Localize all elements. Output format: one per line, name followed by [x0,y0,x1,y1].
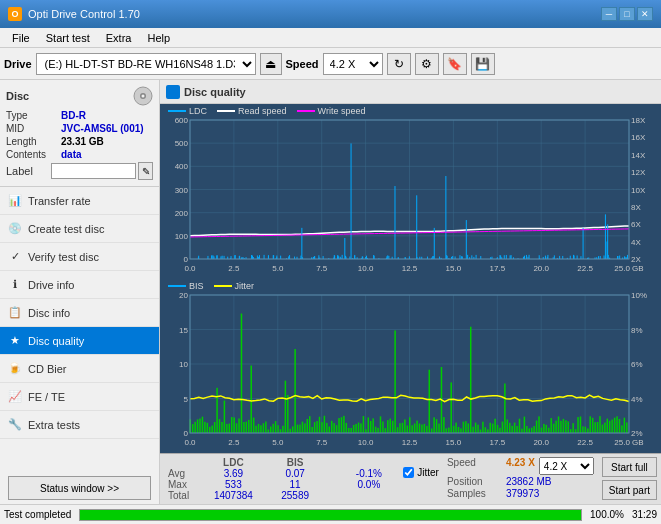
sidebar-item-disc-quality[interactable]: ★ Disc quality [0,327,159,355]
speed-select[interactable]: 4.2 X [323,53,383,75]
label-input[interactable] [51,163,136,179]
drive-label: Drive [4,58,32,70]
samples-stat-row: Samples 379973 [447,488,594,499]
close-button[interactable]: ✕ [637,7,653,21]
position-stat-row: Position 23862 MB [447,476,594,487]
progress-bar [79,509,582,521]
jitter-checkbox[interactable] [403,467,414,478]
jitter-label: Jitter [417,467,439,478]
sidebar-item-disc-info[interactable]: 📋 Disc info [0,299,159,327]
fe-te-icon: 📈 [8,390,22,404]
window-title: Opti Drive Control 1.70 [28,8,140,20]
sidebar-item-fe-te[interactable]: 📈 FE / TE [0,383,159,411]
ldc-max: 533 [199,479,268,490]
maximize-button[interactable]: □ [619,7,635,21]
total-label: Total [164,490,199,501]
stats-table: LDC BIS Avg 3.69 0.07 -0.1% [164,457,395,501]
toolbar: Drive (E:) HL-DT-ST BD-RE WH16NS48 1.D3 … [0,48,661,80]
speed-stat-select[interactable]: 4.2 X [539,457,594,475]
bis-total: 25589 [268,490,323,501]
content-title: Disc quality [184,86,246,98]
extra-tests-icon: 🔧 [8,418,22,432]
transfer-rate-icon: 📊 [8,194,22,208]
disc-section-label: Disc [6,90,29,102]
legend-bis: BIS [168,281,204,291]
jitter-max-spacer [323,479,343,490]
sidebar-item-create-test-disc[interactable]: 💿 Create test disc [0,215,159,243]
max-row: Max 533 11 0.0% [164,479,395,490]
content-icon [166,85,180,99]
speed-stat-label: Speed [447,457,502,475]
write-speed-legend-line [297,110,315,112]
sidebar-item-label: Extra tests [28,419,80,431]
stats-header-row: LDC BIS [164,457,395,468]
speed-stat-value: 4.23 X [506,457,535,475]
legend-read-speed: Read speed [217,106,287,116]
refresh-button[interactable]: ↻ [387,53,411,75]
jitter-avg-spacer [323,468,343,479]
bottom-chart-canvas [160,279,661,453]
save-button[interactable]: 💾 [471,53,495,75]
svg-point-2 [142,95,145,98]
bookmark-button[interactable]: 🔖 [443,53,467,75]
sidebar-item-label: Drive info [28,279,74,291]
sidebar-item-label: Create test disc [28,223,104,235]
sidebar-item-drive-info[interactable]: ℹ Drive info [0,271,159,299]
sidebar-item-extra-tests[interactable]: 🔧 Extra tests [0,411,159,439]
disc-quality-icon: ★ [8,334,22,348]
settings-button[interactable]: ⚙ [415,53,439,75]
jitter-max: 0.0% [343,479,396,490]
start-part-button[interactable]: Start part [602,480,657,500]
contents-label: Contents [6,149,61,160]
ldc-col-header: LDC [199,457,268,468]
jitter-legend-line [214,285,232,287]
ldc-legend-line [168,110,186,112]
menu-extra[interactable]: Extra [98,30,140,46]
jitter-avg: -0.1% [343,468,396,479]
legend-jitter: Jitter [214,281,255,291]
position-label: Position [447,476,502,487]
type-value: BD-R [61,110,86,121]
menu-start-test[interactable]: Start test [38,30,98,46]
eject-button[interactable]: ⏏ [260,53,282,75]
sidebar-item-transfer-rate[interactable]: 📊 Transfer rate [0,187,159,215]
sidebar-item-label: Disc info [28,307,70,319]
type-label: Type [6,110,61,121]
sidebar: Disc Type BD-R MID JVC-AMS6L (001) Lengt… [0,80,160,504]
position-value: 23862 MB [506,476,552,487]
avg-label: Avg [164,468,199,479]
status-bar: Test completed 100.0% 31:29 [0,504,661,524]
content-area: Disc quality LDC Read speed Wri [160,80,661,504]
bis-legend-line [168,285,186,287]
length-value: 23.31 GB [61,136,104,147]
legend-ldc: LDC [168,106,207,116]
jitter-section: Jitter [403,457,439,478]
verify-test-disc-icon: ✓ [8,250,22,264]
bis-legend-label: BIS [189,281,204,291]
title-bar: O Opti Drive Control 1.70 ─ □ ✕ [0,0,661,28]
sidebar-item-cd-bier[interactable]: 🍺 CD Bier [0,355,159,383]
read-speed-legend-label: Read speed [238,106,287,116]
sidebar-item-label: CD Bier [28,363,67,375]
menu-help[interactable]: Help [139,30,178,46]
speed-stat-row: Speed 4.23 X 4.2 X [447,457,594,475]
legend-write-speed: Write speed [297,106,366,116]
menu-bar: File Start test Extra Help [0,28,661,48]
bis-col-header: BIS [268,457,323,468]
disc-icon [133,86,153,106]
sidebar-item-label: Disc quality [28,335,84,347]
menu-file[interactable]: File [4,30,38,46]
label-label: Label [6,165,49,177]
minimize-button[interactable]: ─ [601,7,617,21]
status-text: Test completed [4,509,71,520]
drive-select[interactable]: (E:) HL-DT-ST BD-RE WH16NS48 1.D3 [36,53,256,75]
status-window-button[interactable]: Status window >> [8,476,151,500]
nav-items: 📊 Transfer rate 💿 Create test disc ✓ Ver… [0,187,159,472]
start-full-button[interactable]: Start full [602,457,657,477]
label-edit-button[interactable]: ✎ [138,162,153,180]
bottom-chart-legend: BIS Jitter [168,281,254,291]
elapsed-time: 31:29 [632,509,657,520]
sidebar-item-label: FE / TE [28,391,65,403]
sidebar-item-verify-test-disc[interactable]: ✓ Verify test disc [0,243,159,271]
main-area: Disc Type BD-R MID JVC-AMS6L (001) Lengt… [0,80,661,504]
